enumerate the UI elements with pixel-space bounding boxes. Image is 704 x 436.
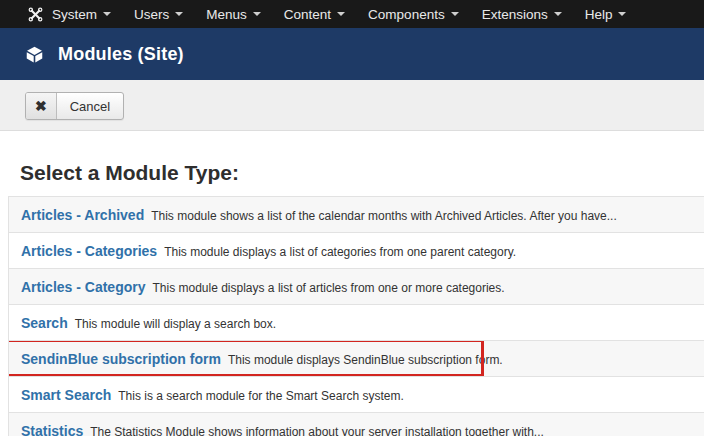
joomla-logo-icon xyxy=(28,7,43,22)
module-row-articles-archived: Articles - ArchivedThis module shows a l… xyxy=(9,197,704,233)
menu-item-components[interactable]: Components xyxy=(368,0,459,28)
menu-item-label: Extensions xyxy=(482,7,548,22)
page-heading: Select a Module Type: xyxy=(20,161,704,185)
module-type-link[interactable]: Articles - Archived xyxy=(21,207,144,223)
page-title: Modules (Site) xyxy=(58,44,184,65)
module-row-articles-category: Articles - CategoryThis module displays … xyxy=(9,269,704,305)
menu-item-extensions[interactable]: Extensions xyxy=(482,0,562,28)
module-type-link[interactable]: Statistics xyxy=(21,423,83,436)
joomla-admin-modules-page: System Users Menus Content Components Ex… xyxy=(0,0,704,436)
toolbar: ✖ Cancel xyxy=(0,80,704,131)
chevron-down-icon xyxy=(554,12,562,16)
main-content: Select a Module Type: Articles - Archive… xyxy=(0,161,704,436)
chevron-down-icon xyxy=(451,12,459,16)
module-row-smart-search: Smart SearchThis is a search module for … xyxy=(9,377,704,413)
close-icon: ✖ xyxy=(26,93,57,119)
module-type-link[interactable]: SendinBlue subscription form xyxy=(21,351,221,367)
menu-item-label: Menus xyxy=(206,7,247,22)
module-cube-icon xyxy=(25,45,44,64)
module-row-search: SearchThis module will display a search … xyxy=(9,305,704,341)
admin-menu-items: System Users Menus Content Components Ex… xyxy=(52,0,649,28)
cancel-button-label: Cancel xyxy=(57,93,123,119)
menu-item-system[interactable]: System xyxy=(52,0,111,28)
menu-item-help[interactable]: Help xyxy=(585,0,627,28)
module-type-link[interactable]: Search xyxy=(21,315,68,331)
admin-menu-bar: System Users Menus Content Components Ex… xyxy=(0,0,704,28)
chevron-down-icon xyxy=(618,12,626,16)
menu-item-label: Components xyxy=(368,7,445,22)
module-description: This module shows a list of the calendar… xyxy=(151,209,617,223)
menu-item-label: System xyxy=(52,7,97,22)
chevron-down-icon xyxy=(337,12,345,16)
module-description: This module will display a search box. xyxy=(75,317,276,331)
module-row-articles-categories: Articles - CategoriesThis module display… xyxy=(9,233,704,269)
module-description: The Statistics Module shows information … xyxy=(90,425,544,436)
module-row-statistics: StatisticsThe Statistics Module shows in… xyxy=(9,413,704,436)
menu-item-menus[interactable]: Menus xyxy=(206,0,261,28)
menu-item-label: Users xyxy=(134,7,169,22)
module-type-link[interactable]: Smart Search xyxy=(21,387,111,403)
module-description: This module displays SendinBlue subscrip… xyxy=(228,353,503,367)
module-description: This module displays a list of categorie… xyxy=(164,245,516,259)
menu-item-label: Help xyxy=(585,7,613,22)
menu-item-content[interactable]: Content xyxy=(284,0,345,28)
module-type-list: Articles - ArchivedThis module shows a l… xyxy=(8,196,704,436)
chevron-down-icon xyxy=(253,12,261,16)
chevron-down-icon xyxy=(175,12,183,16)
module-row-sendinblue-subscription-form: SendinBlue subscription formThis module … xyxy=(9,341,704,377)
module-description: This is a search module for the Smart Se… xyxy=(118,389,403,403)
module-type-link[interactable]: Articles - Category xyxy=(21,279,145,295)
module-description: This module displays a list of articles … xyxy=(152,281,504,295)
cancel-button[interactable]: ✖ Cancel xyxy=(25,92,124,120)
menu-item-label: Content xyxy=(284,7,331,22)
page-header: Modules (Site) xyxy=(0,28,704,80)
menu-item-users[interactable]: Users xyxy=(134,0,183,28)
chevron-down-icon xyxy=(103,12,111,16)
module-type-link[interactable]: Articles - Categories xyxy=(21,243,157,259)
